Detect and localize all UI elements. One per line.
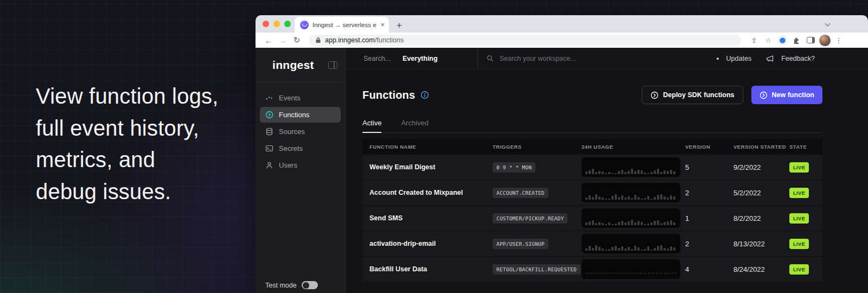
sidebar-item-functions[interactable]: Functions xyxy=(260,107,341,123)
table-row[interactable]: Account Created to Mixpanel ACCOUNT.CREA… xyxy=(362,180,822,205)
updates-link[interactable]: Updates xyxy=(726,55,752,62)
trigger-badge: 0 9 * * MON xyxy=(493,162,535,173)
trigger-badge: RETOOL/BACKFILL.REQUESTED xyxy=(493,264,580,275)
search-scope-everything[interactable]: Everything xyxy=(403,55,438,62)
feedback-link[interactable]: Feedback? xyxy=(781,55,815,62)
search-label[interactable]: Search... xyxy=(363,55,391,62)
inngest-logo[interactable]: inngest xyxy=(272,59,314,72)
hero-line: metrics, and xyxy=(36,144,219,176)
version-value: 2 xyxy=(685,240,733,248)
functions-tabs: Active Archived xyxy=(362,119,822,133)
zoom-window-button[interactable] xyxy=(284,21,291,27)
tab-title: Inngest → serverless event-dri xyxy=(312,22,376,28)
version-value: 1 xyxy=(685,214,733,222)
function-name: activation-drip-email xyxy=(362,240,493,247)
forward-button[interactable]: → xyxy=(276,36,289,45)
inngest-favicon-icon xyxy=(300,21,309,29)
tab-archived[interactable]: Archived xyxy=(401,119,429,132)
window-controls xyxy=(263,21,291,27)
profile-avatar[interactable] xyxy=(818,34,831,46)
minimize-window-button[interactable] xyxy=(273,21,280,27)
bookmark-star-icon[interactable]: ☆ xyxy=(762,34,775,46)
onepassword-extension-icon[interactable] xyxy=(776,34,789,46)
main-panel: Search... Everything Search your workspa… xyxy=(346,48,868,293)
back-button[interactable]: ← xyxy=(262,36,275,45)
topbar-right-group: ● Updates Feedback? xyxy=(716,55,815,62)
sidebar-item-label: Functions xyxy=(279,111,309,119)
column-header: STATE xyxy=(789,144,822,150)
trigger-badge: APP/USER.SIGNUP xyxy=(493,239,548,249)
new-function-button-label: New function xyxy=(772,91,814,99)
feedback-megaphone-icon xyxy=(766,55,774,62)
table-row[interactable]: Backfill User Data RETOOL/BACKFILL.REQUE… xyxy=(362,256,822,282)
version-started-date: 8/24/2022 xyxy=(733,265,789,273)
extensions-puzzle-icon[interactable] xyxy=(790,34,803,46)
share-icon[interactable]: ⇧ xyxy=(748,34,761,46)
close-window-button[interactable] xyxy=(263,21,269,27)
hero-text: View function logs, full event history, … xyxy=(36,80,219,207)
deploy-sdk-functions-button[interactable]: Deploy SDK functions xyxy=(642,86,743,104)
collapse-sidebar-icon[interactable] xyxy=(328,61,337,69)
trigger-badge: CUSTOMER/PICKUP.READY xyxy=(493,213,567,224)
new-function-button[interactable]: New function xyxy=(751,86,822,104)
browser-tab[interactable]: Inngest → serverless event-dri × xyxy=(295,17,389,33)
function-name: Weekly Email Digest xyxy=(362,163,493,171)
function-name: Send SMS xyxy=(362,214,493,222)
tab-active[interactable]: Active xyxy=(362,119,381,133)
test-mode-toggle[interactable] xyxy=(302,281,318,289)
tab-search-chevron-icon[interactable] xyxy=(825,21,830,26)
page-title-row: Functions Deploy SDK functions New xyxy=(362,86,822,104)
tab-close-icon[interactable]: × xyxy=(380,21,385,28)
sidebar-item-label: Events xyxy=(279,94,301,102)
updates-dot-icon: ● xyxy=(716,56,719,61)
column-header: TRIGGERS xyxy=(493,144,582,150)
page-title: Functions xyxy=(362,89,415,101)
function-name: Account Created to Mixpanel xyxy=(362,189,493,196)
test-mode-control: Test mode xyxy=(265,281,318,289)
secrets-terminal-icon xyxy=(265,144,273,152)
workspace-search-input[interactable]: Search your workspace... xyxy=(500,55,576,62)
page-background: View function logs, full event history, … xyxy=(0,0,868,293)
new-tab-button[interactable]: + xyxy=(397,21,402,30)
sidebar-item-label: Users xyxy=(279,161,297,169)
version-value: 5 xyxy=(685,163,733,171)
status-badge: LIVE xyxy=(789,188,809,198)
sidebar-logo-row: inngest xyxy=(256,48,345,82)
sidebar-item-sources[interactable]: Sources xyxy=(260,124,341,139)
app-top-bar: Search... Everything Search your workspa… xyxy=(346,48,868,69)
table-row[interactable]: activation-drip-email APP/USER.SIGNUP 2 … xyxy=(362,231,822,256)
sidebar-item-events[interactable]: Events xyxy=(260,90,341,106)
address-bar[interactable]: app.inngest.com/functions xyxy=(309,35,741,46)
browser-menu-kebab-icon[interactable]: ⋮ xyxy=(832,34,845,46)
column-header: 24H USAGE xyxy=(582,144,685,150)
table-header: FUNCTION NAME TRIGGERS 24H USAGE VERSION… xyxy=(362,139,822,154)
info-icon[interactable] xyxy=(420,91,429,99)
test-mode-label: Test mode xyxy=(265,282,297,289)
deploy-icon xyxy=(650,91,659,99)
sidebar-item-users[interactable]: Users xyxy=(260,157,341,173)
side-panel-icon[interactable] xyxy=(804,34,817,46)
browser-window: Inngest → serverless event-dri × + ← → ↻… xyxy=(256,15,868,293)
search-icon xyxy=(487,55,494,62)
browser-tab-strip: Inngest → serverless event-dri × + xyxy=(256,15,868,33)
version-started-date: 8/2/2022 xyxy=(733,214,789,222)
usage-sparkline xyxy=(582,208,680,228)
version-started-date: 5/2/2022 xyxy=(733,189,789,197)
hero-line: full event history, xyxy=(36,112,219,144)
reload-button[interactable]: ↻ xyxy=(290,35,303,45)
table-row[interactable]: Send SMS CUSTOMER/PICKUP.READY 1 8/2/202… xyxy=(362,205,822,231)
lock-icon xyxy=(315,37,321,43)
trigger-badge: ACCOUNT.CREATED xyxy=(493,188,548,198)
column-header: VERSION STARTED xyxy=(733,144,789,150)
title-actions: Deploy SDK functions New function xyxy=(642,86,822,104)
users-person-icon xyxy=(265,161,273,169)
url-text: app.inngest.com/functions xyxy=(325,36,404,44)
column-header: FUNCTION NAME xyxy=(362,144,493,150)
usage-sparkline xyxy=(582,183,680,202)
sidebar-item-secrets[interactable]: Secrets xyxy=(260,141,341,156)
table-row[interactable]: Weekly Email Digest 0 9 * * MON 5 9/2/20… xyxy=(362,154,822,180)
sidebar-item-label: Sources xyxy=(279,128,305,136)
hero-line: View function logs, xyxy=(36,80,219,112)
version-value: 4 xyxy=(685,265,733,273)
column-header: VERSION xyxy=(685,144,733,150)
